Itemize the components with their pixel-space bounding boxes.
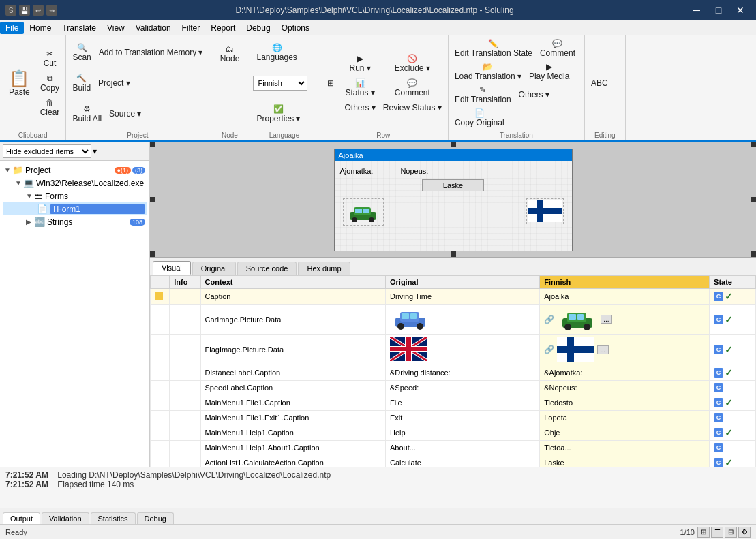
menu-file[interactable]: File xyxy=(0,22,24,34)
table-row[interactable]: FlagImage.Picture.Data🔗...C✓ xyxy=(151,335,756,365)
exclude-button[interactable]: 🚫 Exclude ▾ xyxy=(380,52,445,75)
tree-item-exe[interactable]: ▼ 💻 Win32\Release\Localized.exe xyxy=(3,176,147,189)
review-status-button[interactable]: Review Status ▾ xyxy=(380,101,445,114)
row-indicator-cell xyxy=(151,411,170,425)
tab-visual[interactable]: Visual xyxy=(153,261,191,275)
spell-check-button[interactable]: ABC xyxy=(588,76,611,90)
menu-report[interactable]: Report xyxy=(205,22,241,34)
table-row[interactable]: MainMenu1.File1.CaptionFileTiedostoC✓ xyxy=(151,395,756,411)
copy-button[interactable]: ⧉ Copy xyxy=(37,72,63,95)
hide-excluded-dropdown[interactable]: Hide excluded items xyxy=(3,144,91,158)
table-row[interactable]: DistanceLabel.Caption&Driving distance:&… xyxy=(151,365,756,381)
others-row-button[interactable]: Others ▾ xyxy=(341,101,378,114)
maximize-button[interactable]: □ xyxy=(708,3,729,17)
close-button[interactable]: ✕ xyxy=(730,3,751,17)
build-button[interactable]: 🔨 Build xyxy=(69,72,94,95)
exclude-icon: 🚫 xyxy=(407,54,417,63)
minimize-button[interactable]: ─ xyxy=(686,3,707,17)
bottom-tab-statistics[interactable]: Statistics xyxy=(91,512,136,524)
strings-badge: 108 xyxy=(130,219,145,226)
row-status-icon[interactable]: ⊞ xyxy=(321,66,340,100)
run-button[interactable]: ▶ Run ▾ xyxy=(341,52,378,75)
tree-item-forms[interactable]: ▼ 🗃 Forms xyxy=(3,189,147,202)
view-btn-list[interactable]: ☰ xyxy=(711,527,723,538)
undo-icon[interactable]: ↩ xyxy=(33,5,44,16)
menu-filter[interactable]: Filter xyxy=(177,22,206,34)
settings-btn[interactable]: ⚙ xyxy=(738,527,751,538)
menu-debug[interactable]: Debug xyxy=(241,22,275,34)
table-row[interactable]: CaptionDriving TimeAjoaikaC✓ xyxy=(151,289,756,305)
project-tree-icon: 📁 xyxy=(12,165,23,175)
menu-home[interactable]: Home xyxy=(24,22,57,34)
resize-handle-l[interactable] xyxy=(150,197,155,202)
table-row[interactable]: MainMenu1.Help1.About1.CaptionAbout...Ti… xyxy=(151,441,756,455)
build-all-button[interactable]: ⚙ Build All xyxy=(69,102,105,125)
languages-button[interactable]: 🌐 Languages xyxy=(253,41,300,64)
comment-row-button[interactable]: 💬 Comment xyxy=(380,76,445,99)
menu-view[interactable]: View xyxy=(102,22,130,34)
tab-source-code[interactable]: Source code xyxy=(237,262,297,275)
resize-handle-r[interactable] xyxy=(751,197,756,202)
svg-rect-19 xyxy=(569,314,576,320)
add-translation-memory-button[interactable]: Add to Translation Memory ▾ xyxy=(95,46,207,59)
menu-translate[interactable]: Translate xyxy=(57,22,102,34)
menu-options[interactable]: Options xyxy=(276,22,315,34)
svg-rect-31 xyxy=(557,346,594,353)
bottom-tab-debug[interactable]: Debug xyxy=(137,512,174,524)
redo-icon[interactable]: ↪ xyxy=(46,5,57,16)
properties-button[interactable]: ✅ Properties ▾ xyxy=(253,102,303,125)
resize-handle-t[interactable] xyxy=(451,142,456,147)
resize-handle-tr[interactable] xyxy=(751,142,756,147)
tab-hex-dump[interactable]: Hex dump xyxy=(298,262,350,275)
table-row[interactable]: CarImage.Picture.Data🔗...C✓ xyxy=(151,305,756,335)
context-cell: ActionList1.CalculateAction.Caption xyxy=(200,455,385,467)
project-dropdown-button[interactable]: Project ▾ xyxy=(95,76,134,90)
col-state: State xyxy=(710,276,756,289)
project-row1: 🔍 Scan Add to Translation Memory ▾ xyxy=(69,37,206,67)
tab-original[interactable]: Original xyxy=(192,262,236,275)
comment-translation-button[interactable]: 💬 Comment xyxy=(536,37,579,60)
load-translation-button[interactable]: 📂 Load Translation ▾ xyxy=(451,60,525,83)
project-label: Project xyxy=(25,166,113,175)
comment-translation-icon: 💬 xyxy=(552,39,562,48)
status-button[interactable]: 📊 Status ▾ xyxy=(341,76,378,99)
paste-button[interactable]: 📋 Paste xyxy=(3,66,36,100)
resize-handle-tl[interactable] xyxy=(150,142,155,147)
view-btn-grid[interactable]: ⊞ xyxy=(697,527,710,538)
node-button[interactable]: 🗂 Node xyxy=(212,37,247,71)
copy-original-button[interactable]: 📄 Copy Original xyxy=(451,106,508,129)
language-dropdown[interactable]: Finnish English German xyxy=(253,76,307,91)
finnish-cell: Ohje xyxy=(540,425,710,441)
menu-validation[interactable]: Validation xyxy=(130,22,177,34)
properties-icon: ✅ xyxy=(273,104,284,114)
context-cell: MainMenu1.File1.Caption xyxy=(200,395,385,411)
quick-save-icon[interactable]: 💾 xyxy=(19,5,30,16)
title-bar: S 💾 ↩ ↪ D:\NT\Deploy\Samples\Delphi\VCL\… xyxy=(0,0,756,20)
images-row xyxy=(340,196,566,228)
play-media-button[interactable]: ▶ Play Media xyxy=(526,60,573,83)
bottom-tab-validation[interactable]: Validation xyxy=(42,512,89,524)
resize-handle-br[interactable] xyxy=(751,251,756,257)
view-btn-detail[interactable]: ⊟ xyxy=(725,527,737,538)
bottom-tab-output[interactable]: Output xyxy=(3,512,40,524)
calculate-button[interactable]: Laske xyxy=(422,179,484,191)
scan-button[interactable]: 🔍 Scan xyxy=(69,41,94,64)
image-dots-button[interactable]: ... xyxy=(601,315,611,324)
table-row[interactable]: ActionList1.CalculateAction.CaptionCalcu… xyxy=(151,455,756,467)
tree-item-project[interactable]: ▼ 📁 Project ●(1) (3) xyxy=(3,164,147,176)
cut-button[interactable]: ✂ Cut xyxy=(37,47,63,70)
resize-handle-b[interactable] xyxy=(451,251,456,257)
table-row[interactable]: SpeedLabel.Caption&Speed:&Nopeus:C xyxy=(151,381,756,395)
others-translation-button[interactable]: Others ▾ xyxy=(515,88,553,102)
clear-button[interactable]: 🗑 Clear xyxy=(37,96,63,119)
tree-item-tform1[interactable]: 📄 TForm1 xyxy=(3,202,147,215)
edit-translation-button[interactable]: ✎ Edit Translation xyxy=(451,83,515,106)
tree-item-strings[interactable]: ▶ 🔤 Strings 108 xyxy=(3,215,147,228)
resize-handle-bl[interactable] xyxy=(150,251,155,257)
table-row[interactable]: MainMenu1.File1.Exit1.CaptionExitLopetaC xyxy=(151,411,756,425)
edit-translation-state-button[interactable]: ✏️ Edit Translation State xyxy=(451,37,536,60)
table-row[interactable]: MainMenu1.Help1.CaptionHelpOhjeC✓ xyxy=(151,425,756,441)
tform1-icon: 📄 xyxy=(37,204,48,214)
flag-dots-button[interactable]: ... xyxy=(597,345,608,354)
source-button[interactable]: Source ▾ xyxy=(106,107,145,121)
